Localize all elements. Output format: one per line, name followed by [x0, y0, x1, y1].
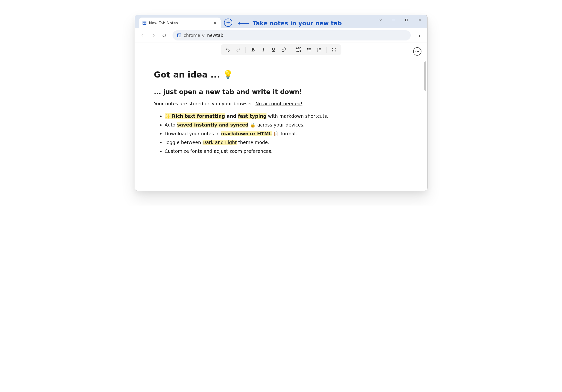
svg-point-18: [419, 34, 420, 34]
arrow-left-icon: [237, 21, 249, 26]
nav-reload-button[interactable]: [160, 31, 169, 40]
tab-close-icon[interactable]: [213, 21, 217, 25]
svg-point-24: [307, 51, 308, 51]
window-close-button[interactable]: [414, 16, 425, 24]
address-bar[interactable]: + chrome://newtab: [173, 30, 411, 40]
fullscreen-button[interactable]: [329, 45, 339, 54]
url-scheme: chrome://: [184, 33, 205, 38]
note-intro-underline: No account needed!: [256, 101, 302, 106]
site-favicon-icon: +: [177, 33, 181, 38]
svg-point-19: [419, 35, 420, 35]
tab-favicon-icon: +: [142, 21, 147, 25]
url-path: newtab: [207, 33, 223, 38]
list-item: Customize fonts and adjust zoom preferen…: [165, 147, 354, 156]
svg-text:+: +: [144, 23, 146, 25]
note-intro-text: Your notes are stored only in your brows…: [154, 101, 256, 106]
svg-point-23: [307, 49, 308, 50]
svg-point-22: [307, 48, 308, 49]
svg-point-37: [418, 51, 419, 52]
svg-text:+: +: [179, 35, 180, 37]
promo-annotation: Take notes in your new tab: [237, 20, 342, 27]
toolbar-separator: [327, 47, 327, 53]
editor-more-button[interactable]: [413, 47, 422, 56]
new-tab-button[interactable]: [224, 19, 232, 27]
link-button[interactable]: [279, 45, 289, 54]
note-intro: Your notes are stored only in your brows…: [154, 101, 354, 106]
svg-text:3: 3: [317, 50, 318, 52]
list-item: Toggle between Dark and Light theme mode…: [165, 138, 354, 147]
tab-active[interactable]: + New Tab Notes: [139, 18, 221, 28]
note-heading-2: ... just open a new tab and write it dow…: [154, 88, 354, 96]
bold-button[interactable]: B: [248, 45, 258, 54]
svg-point-35: [416, 51, 416, 52]
window-controls: [375, 16, 425, 24]
scrollbar-thumb[interactable]: [424, 61, 426, 91]
list-item: ✨ Rich text formatting and fast typing w…: [165, 112, 354, 120]
svg-point-34: [334, 49, 335, 50]
editor-toolbar: B I ABC123 123: [221, 44, 341, 55]
svg-marker-9: [237, 22, 240, 25]
toolbar-row: + chrome://newtab: [135, 28, 427, 42]
nav-forward-button[interactable]: [149, 31, 158, 40]
browser-window: + New Tab Notes Take notes in your new t…: [135, 15, 428, 191]
browser-menu-button[interactable]: [415, 31, 424, 40]
block-type-button[interactable]: ABC123: [294, 45, 304, 54]
italic-button[interactable]: I: [258, 45, 268, 54]
promo-text: Take notes in your new tab: [253, 20, 342, 27]
redo-button[interactable]: [233, 45, 243, 54]
nav-back-button[interactable]: [138, 31, 147, 40]
clipboard-icon: 📋: [272, 131, 281, 136]
window-minimize-button[interactable]: [388, 16, 399, 24]
list-item: Download your notes in markdown or HTML …: [165, 129, 354, 138]
note-heading-1: Got an idea ... 💡: [154, 70, 354, 79]
window-maximize-button[interactable]: [401, 16, 412, 24]
toolbar-separator: [291, 47, 291, 53]
tab-strip: + New Tab Notes Take notes in your new t…: [135, 15, 427, 28]
window-tabsearch-button[interactable]: [375, 16, 386, 24]
underline-button[interactable]: [269, 45, 279, 54]
note-bullet-list: ✨ Rich text formatting and fast typing w…: [154, 112, 354, 156]
lock-icon: 🔒: [248, 122, 257, 127]
svg-point-20: [419, 36, 420, 37]
numbered-list-button[interactable]: 123: [314, 45, 324, 54]
undo-button[interactable]: [223, 45, 233, 54]
tab-title: New Tab Notes: [149, 21, 211, 25]
note-editor[interactable]: Got an idea ... 💡 ... just open a new ta…: [154, 70, 354, 156]
svg-rect-11: [405, 19, 408, 21]
bullet-list-button[interactable]: [304, 45, 314, 54]
svg-point-36: [417, 51, 418, 52]
page-content: B I ABC123 123: [135, 44, 427, 191]
list-item: Auto-saved instantly and synced 🔒 across…: [165, 120, 354, 129]
toolbar-separator: [246, 47, 246, 53]
